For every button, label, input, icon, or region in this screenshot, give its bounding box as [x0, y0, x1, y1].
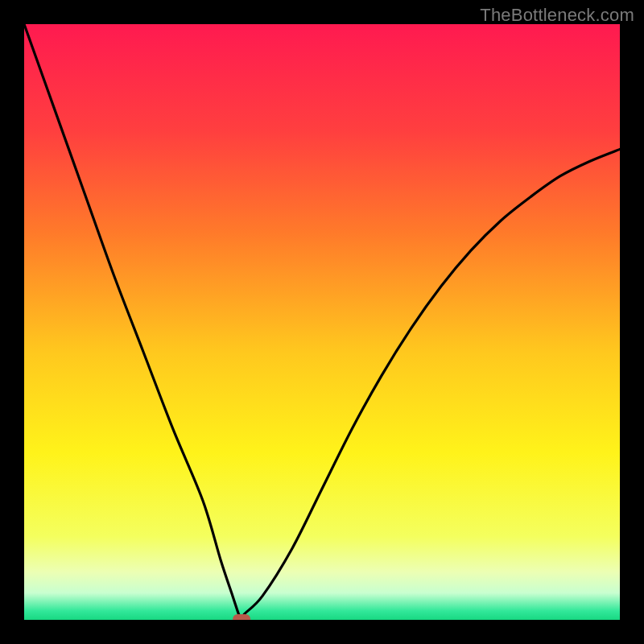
plot-area [24, 24, 620, 620]
chart-svg [24, 24, 620, 620]
gradient-background [24, 24, 620, 620]
chart-frame: TheBottleneck.com [0, 0, 644, 644]
minimum-marker [233, 614, 250, 620]
watermark-text: TheBottleneck.com [480, 5, 634, 26]
